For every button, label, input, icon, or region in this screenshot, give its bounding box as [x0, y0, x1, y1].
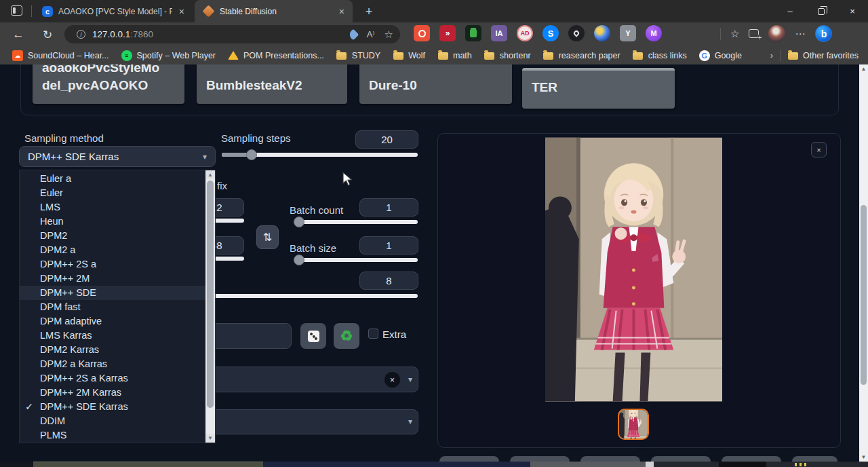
- sampler-option[interactable]: DPM++ 2S a: [20, 257, 215, 272]
- bookmarks-overflow-icon[interactable]: ›: [770, 50, 773, 60]
- sampler-option[interactable]: DPM2: [20, 229, 215, 243]
- back-icon[interactable]: ←: [9, 26, 27, 43]
- bookmark-item[interactable]: class links: [633, 50, 687, 61]
- model-card-dure10[interactable]: Dure-10: [359, 64, 512, 104]
- other-favorites[interactable]: Other favorites: [787, 50, 859, 61]
- shopping-tag-icon[interactable]: [347, 29, 359, 40]
- sampler-option[interactable]: Euler: [20, 186, 215, 200]
- gallery-button[interactable]: [580, 456, 640, 462]
- bookmark-item[interactable]: POM Presentations...: [228, 50, 324, 61]
- extension-icon[interactable]: Y: [620, 25, 636, 41]
- slider-handle[interactable]: [294, 217, 304, 227]
- extension-icon[interactable]: AD: [517, 25, 533, 41]
- page-scrollbar[interactable]: ▲ ▼: [859, 64, 868, 462]
- bookmark-item[interactable]: ☁ SoundCloud – Hear...: [12, 50, 109, 61]
- sampler-option[interactable]: PLMS: [20, 428, 215, 443]
- bookmark-item[interactable]: Wolf: [393, 50, 425, 61]
- restore-button[interactable]: [806, 0, 837, 22]
- sampling-steps-slider[interactable]: [222, 153, 418, 157]
- sampler-option[interactable]: DPM++ SDE: [20, 286, 215, 300]
- refresh-icon[interactable]: ↻: [39, 26, 56, 43]
- bookmark-item[interactable]: ≡ Spotify – Web Player: [121, 50, 216, 61]
- batch-size-input[interactable]: 1: [359, 236, 418, 255]
- tab-close-icon[interactable]: ×: [338, 6, 346, 17]
- gallery-button[interactable]: [722, 456, 781, 462]
- cfg-scale-input[interactable]: 8: [359, 272, 418, 290]
- close-image-icon[interactable]: ×: [811, 142, 827, 157]
- bookmark-item[interactable]: reasearch paper: [543, 50, 620, 61]
- gallery-button[interactable]: [510, 456, 570, 462]
- menu-icon[interactable]: ⋯: [795, 28, 806, 40]
- sampler-option[interactable]: DPM++ 2M: [20, 272, 215, 286]
- bookmark-item[interactable]: shortenr: [484, 50, 531, 61]
- tab-close-icon[interactable]: ×: [178, 6, 186, 17]
- clear-icon[interactable]: ×: [384, 372, 400, 388]
- extension-icon[interactable]: »: [439, 25, 456, 41]
- new-tab-button[interactable]: +: [360, 3, 378, 20]
- tab-civitai[interactable]: c AOAOKO [PVC Style Model] - PV ×: [34, 0, 193, 22]
- extension-icon[interactable]: [568, 25, 585, 41]
- sampler-option[interactable]: DPM fast: [20, 300, 215, 314]
- slider-handle[interactable]: [294, 255, 304, 265]
- bookmark-item[interactable]: math: [437, 50, 472, 61]
- sampler-option[interactable]: DPM2 a Karras: [20, 357, 215, 371]
- model-card-bumblesteak[interactable]: BumblesteakV2: [197, 64, 347, 104]
- favorites-list-icon[interactable]: ☆: [730, 28, 739, 40]
- gallery-thumbnail[interactable]: [618, 409, 649, 440]
- gallery-button[interactable]: [439, 456, 499, 462]
- bookmark-item[interactable]: G Google: [699, 50, 742, 61]
- sampler-option[interactable]: LMS Karras: [20, 329, 215, 343]
- read-aloud-icon[interactable]: A⁾: [367, 29, 375, 39]
- extension-icon[interactable]: IA: [491, 25, 507, 41]
- sampler-option[interactable]: DPM++ 2S a Karras: [20, 371, 215, 386]
- sampler-option[interactable]: Euler a: [20, 172, 215, 186]
- sampling-steps-input[interactable]: 20: [355, 130, 418, 149]
- extension-icon[interactable]: S: [542, 25, 559, 41]
- gallery-button[interactable]: [651, 456, 711, 462]
- extension-icon[interactable]: [594, 25, 610, 41]
- slider-handle[interactable]: [246, 149, 257, 160]
- random-seed-button[interactable]: [300, 323, 326, 349]
- extra-checkbox[interactable]: [368, 329, 378, 339]
- model-card-pvcaoaoko[interactable]: aoaokoPvcStyleMo del_pvcAOAOKO: [33, 64, 184, 104]
- generated-image[interactable]: [545, 137, 722, 402]
- sampling-method-select[interactable]: DPM++ SDE Karras ▾: [19, 146, 216, 167]
- extension-icon[interactable]: [465, 25, 481, 41]
- swap-dimensions-button[interactable]: ⇅: [256, 225, 279, 249]
- scrollbar-thumb[interactable]: [861, 205, 867, 385]
- tab-layout-icon[interactable]: [11, 5, 22, 16]
- gallery-button[interactable]: [792, 456, 837, 462]
- collections-icon[interactable]: [749, 29, 759, 38]
- close-button[interactable]: ×: [837, 0, 868, 22]
- scroll-down-icon[interactable]: ▼: [859, 453, 868, 462]
- sampler-option[interactable]: Heun: [20, 214, 215, 229]
- sampler-option[interactable]: LMS: [20, 200, 215, 214]
- model-card-ter[interactable]: TER: [522, 68, 675, 109]
- sampler-option[interactable]: DPM2 Karras: [20, 343, 215, 357]
- batch-size-slider[interactable]: [295, 258, 418, 262]
- sampler-option[interactable]: DPM adaptive: [20, 314, 215, 329]
- reuse-seed-button[interactable]: ♻: [334, 323, 359, 349]
- scrollbar-thumb[interactable]: [207, 181, 214, 408]
- batch-count-input[interactable]: 1: [359, 198, 418, 217]
- tab-stable-diffusion[interactable]: Stable Diffusion ×: [195, 0, 353, 22]
- dropdown-scrollbar[interactable]: ▲ ▼: [205, 170, 215, 443]
- bookmark-item[interactable]: STUDY: [336, 50, 380, 61]
- bing-discover-icon[interactable]: b: [815, 25, 832, 42]
- add-favorite-icon[interactable]: ☆: [384, 29, 393, 41]
- model-card-label: BumblesteakV2: [206, 78, 302, 93]
- profile-avatar[interactable]: [768, 25, 785, 42]
- sampler-option[interactable]: ✓DPM++ SDE Karras: [20, 400, 215, 414]
- sampler-option[interactable]: DPM2 a: [20, 243, 215, 257]
- address-bar[interactable]: i 127.0.0.1:7860 A⁾ ☆: [64, 25, 400, 43]
- batch-count-slider[interactable]: [295, 220, 418, 224]
- site-info-icon[interactable]: i: [77, 30, 85, 39]
- sampler-option[interactable]: DDIM: [20, 414, 215, 428]
- extension-icon[interactable]: [414, 25, 430, 41]
- extension-icon[interactable]: M: [646, 25, 662, 41]
- sampler-option[interactable]: DPM++ 2M Karras: [20, 386, 215, 400]
- scroll-down-icon[interactable]: ▼: [205, 434, 215, 443]
- scroll-up-icon[interactable]: ▲: [205, 170, 215, 179]
- minimize-button[interactable]: –: [774, 0, 806, 22]
- scroll-up-icon[interactable]: ▲: [859, 64, 868, 73]
